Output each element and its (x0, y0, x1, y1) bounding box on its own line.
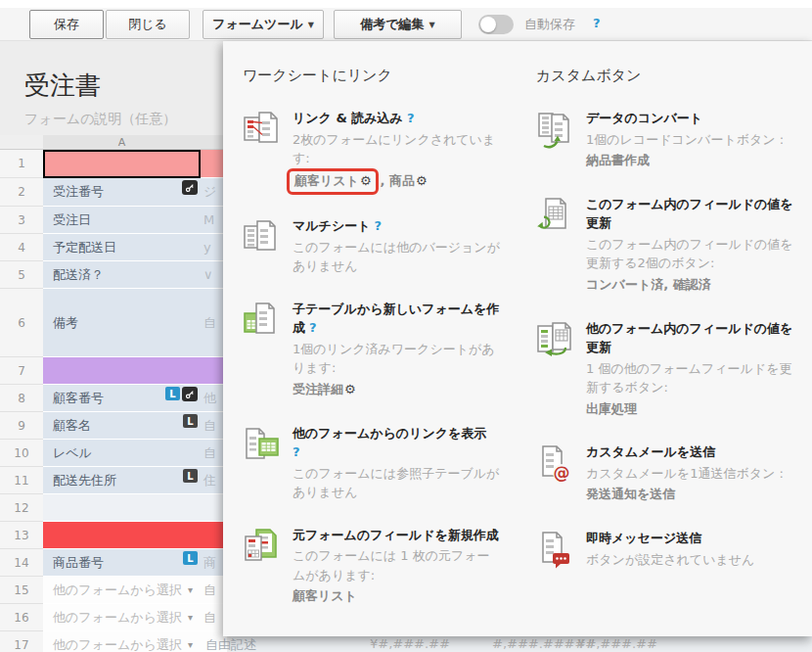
button-names-line: 発送通知を送信 (586, 485, 793, 505)
show-links-icon (243, 424, 282, 502)
menu-item-update-this-form-fields[interactable]: このフォーム内のフィールドの値を更新 このフォーム内のフィールドの値を更新する2… (536, 195, 812, 296)
save-button[interactable]: 保存 (29, 10, 104, 39)
field-cell[interactable]: 備考 (43, 289, 201, 357)
menu-item-instant-message[interactable]: 即時メッセージ送信 ボタンが設定されていません (536, 529, 812, 574)
empty-cell[interactable] (43, 494, 201, 522)
menu-item-text: 即時メッセージ送信 ボタンが設定されていません (586, 529, 793, 574)
menu-item-show-links-from-other-forms[interactable]: 他のフォームからのリンクを表示? このフォームには参照子テーブルがありません (243, 424, 517, 502)
menu-item-text: 元フォームのフィールドを新規作成 このフォームには 1 枚の元フォームがあります… (293, 526, 500, 607)
form-tools-dropdown-panel: ワークシートにリンク リンク & 読み込み? 2枚のフォームにリンクされています… (223, 41, 812, 636)
help-icon[interactable]: ? (293, 444, 300, 459)
linked-form-link[interactable]: 顧客リスト (294, 173, 359, 188)
field-cell[interactable]: 顧客番号 L (43, 385, 201, 412)
update-other-form-icon (536, 319, 575, 420)
group-cell[interactable] (43, 522, 201, 549)
row-number[interactable]: 12 (0, 494, 43, 522)
row-number[interactable]: 14 (0, 549, 43, 577)
field-cell[interactable]: 顧客名 L (43, 412, 201, 440)
field-cell[interactable]: 商品番号 L (43, 549, 201, 577)
row-number[interactable]: 10 (0, 440, 43, 467)
field-cell[interactable]: 予定配送日 (43, 234, 201, 261)
autosave-toggle[interactable] (478, 15, 514, 34)
row-number[interactable]: 9 (0, 412, 43, 440)
field-cell[interactable]: 配送済？ (43, 261, 201, 289)
menu-item-send-custom-mail[interactable]: @ カスタムメールを送信 カスタムメールを1通送信ボタン : 発送通知を送信 (536, 442, 812, 505)
table-row: 8 顧客番号 L 他 (0, 385, 227, 412)
form-title[interactable]: 受注書 (24, 69, 101, 103)
help-icon[interactable]: ? (375, 218, 383, 233)
menu-item-title: このフォーム内のフィールドの値を更新 (586, 195, 793, 233)
menu-item-link-load[interactable]: リンク & 読み込み? 2枚のフォームにリンクされています: 顧客リスト⚙, 商… (243, 109, 517, 193)
table-row: 11 配送先住所 L 住 (0, 467, 227, 494)
menu-item-update-other-form-fields[interactable]: 他のフォーム内のフィールドの値を更新 1 個の他のフォームフィールドを更新するボ… (536, 319, 812, 420)
field-label: 配送済？ (53, 266, 104, 284)
custom-buttons-column: カスタムボタン データのコンバート 1個のレコードコンバートボタン : 納品書作… (517, 41, 812, 636)
group-cell[interactable] (43, 357, 201, 385)
menu-item-text: マルチシート? このフォームには他のバージョンがありません (293, 216, 500, 276)
corner-cell[interactable] (0, 135, 43, 150)
menu-item-title: マルチシート? (293, 216, 500, 236)
select-field-cell[interactable]: 他のフォームから選択▾ (43, 604, 201, 631)
row-number[interactable]: 15 (0, 577, 43, 604)
form-tools-dropdown-button[interactable]: フォームツール▼ (203, 10, 324, 39)
key-field-icon (182, 387, 198, 401)
help-icon[interactable]: ? (309, 320, 317, 335)
row-number[interactable]: 1 (0, 150, 43, 178)
gear-icon[interactable]: ⚙ (344, 382, 356, 396)
menu-item-multisheet[interactable]: マルチシート? このフォームには他のバージョンがありません (243, 216, 517, 276)
table-row: 6 備考 自 (0, 289, 227, 357)
linked-form-link[interactable]: 商品 (389, 173, 415, 188)
row-number[interactable]: 5 (0, 261, 43, 289)
field-cell[interactable]: 受注日 (43, 207, 201, 234)
link-badge: L (183, 551, 198, 565)
column-a-header[interactable]: A (43, 135, 201, 150)
notes-edit-dropdown-button[interactable]: 備考で編集▼ (334, 10, 462, 39)
field-label: レベル (53, 444, 92, 462)
row-number[interactable]: 4 (0, 234, 43, 261)
linked-form-link[interactable]: 受注詳細 (293, 382, 343, 396)
gear-icon[interactable]: ⚙ (360, 173, 372, 188)
menu-item-new-form-from-child[interactable]: 子テーブルから新しいフォームを作成? 1個のリンク済みワークシートがあります: … (243, 300, 517, 400)
field-cell[interactable]: レベル (43, 440, 201, 467)
title-text: 他のフォーム内のフィールドの値を更新 (586, 321, 792, 355)
menu-item-create-fields-from-source[interactable]: 元フォームのフィールドを新規作成 このフォームには 1 枚の元フォームがあります… (243, 526, 517, 607)
custom-button-name[interactable]: 発送通知を送信 (586, 487, 675, 501)
custom-button-name[interactable]: 納品書作成 (586, 153, 650, 167)
row-number[interactable]: 2 (0, 178, 43, 207)
field-cell[interactable]: 受注番号 (43, 178, 201, 207)
row-number[interactable]: 11 (0, 467, 43, 494)
instant-message-icon (536, 529, 575, 574)
field-cell[interactable]: 配送先住所 L (43, 467, 201, 494)
linked-form-link[interactable]: 顧客リスト (293, 588, 357, 603)
button-names-line: 出庫処理 (586, 399, 793, 420)
menu-item-text: 他のフォーム内のフィールドの値を更新 1 個の他のフォームフィールドを更新するボ… (586, 319, 793, 420)
row-number[interactable]: 13 (0, 522, 43, 549)
menu-item-title: カスタムメールを送信 (586, 442, 793, 462)
title-text: 元フォームのフィールドを新規作成 (293, 528, 499, 542)
row-number[interactable]: 8 (0, 385, 43, 412)
row-number[interactable]: 6 (0, 289, 43, 357)
menu-item-description: 2枚のフォームにリンクされています: (293, 130, 500, 168)
form-description-placeholder[interactable]: フォームの説明（任意） (24, 111, 176, 128)
key-field-icon (182, 180, 198, 195)
close-button[interactable]: 閉じる (106, 10, 190, 39)
select-field-cell[interactable]: 他のフォームから選択▾ (43, 577, 201, 604)
row-number[interactable]: 3 (0, 207, 43, 234)
row-number[interactable]: 7 (0, 357, 43, 385)
custom-button-name[interactable]: 出庫処理 (586, 401, 637, 416)
select-field-cell[interactable]: 他のフォームから選択▾ (43, 631, 201, 652)
select-placeholder: 他のフォームから選択 (53, 609, 182, 627)
title-text: データのコンバート (586, 111, 702, 125)
link-badge: L (183, 469, 198, 483)
custom-button-name[interactable]: コンバート済, 確認済 (586, 277, 711, 292)
menu-item-description: このフォームには 1 枚の元フォームがあります: (293, 546, 500, 584)
menu-item-text: リンク & 読み込み? 2枚のフォームにリンクされています: 顧客リスト⚙, 商… (293, 109, 500, 193)
menu-item-data-convert[interactable]: データのコンバート 1個のレコードコンバートボタン : 納品書作成 (536, 109, 812, 171)
row-number[interactable]: 17 (0, 631, 43, 652)
toolbar: 保存 閉じる フォームツール▼ 備考で編集▼ 自動保存 ? (0, 8, 812, 41)
help-icon[interactable]: ? (407, 111, 415, 125)
gear-icon[interactable]: ⚙ (416, 173, 428, 188)
row-number[interactable]: 16 (0, 604, 43, 631)
selected-cell[interactable] (43, 150, 201, 178)
autosave-help-icon[interactable]: ? (593, 16, 601, 30)
